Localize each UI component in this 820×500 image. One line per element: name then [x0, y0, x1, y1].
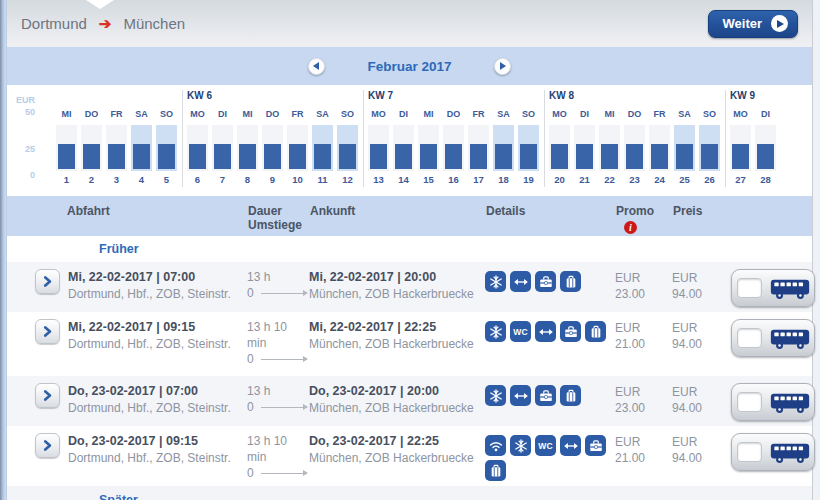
weiter-button[interactable]: Weiter [708, 10, 799, 38]
day-column-19[interactable]: SO19 [518, 109, 539, 187]
promo-amount: 23.00 [615, 286, 672, 302]
day-column-24[interactable]: FR24 [649, 109, 670, 187]
day-column-9[interactable]: DO9 [262, 109, 283, 187]
select-trip-button[interactable] [731, 319, 815, 357]
col-header-abfahrt: Abfahrt [67, 196, 248, 236]
day-column-3[interactable]: FR3 [106, 109, 127, 187]
day-column-17[interactable]: FR17 [468, 109, 489, 187]
select-checkbox[interactable] [737, 392, 762, 412]
trip-duration: 13 h 10 min [247, 319, 295, 351]
expand-trip-button[interactable] [35, 269, 60, 294]
bus-icon [770, 391, 810, 414]
day-number-label: 16 [443, 174, 464, 187]
day-number-label: 6 [187, 174, 208, 187]
day-number-label: 10 [287, 174, 308, 187]
select-trip-button[interactable] [731, 383, 815, 421]
day-column-15[interactable]: MI15 [418, 109, 439, 187]
select-trip-button[interactable] [731, 269, 815, 307]
duration-arrow-icon [261, 293, 307, 294]
day-column-4[interactable]: SA4 [131, 109, 152, 187]
day-column-28[interactable]: DI28 [755, 109, 776, 187]
day-column-5[interactable]: SO5 [156, 109, 177, 187]
day-number-label: 1 [56, 174, 77, 187]
price-bar [520, 144, 537, 169]
expand-trip-button[interactable] [35, 433, 60, 458]
hand-luggage-icon [560, 321, 581, 342]
next-month-button[interactable] [494, 58, 511, 75]
day-column-12[interactable]: SO12 [337, 109, 358, 187]
earlier-link[interactable]: Früher [99, 242, 139, 256]
day-column-25[interactable]: SA25 [674, 109, 695, 187]
day-column-8[interactable]: MI8 [237, 109, 258, 187]
day-column-26[interactable]: SO26 [699, 109, 720, 187]
day-column-10[interactable]: FR10 [287, 109, 308, 187]
chevron-right-icon [42, 440, 53, 451]
air-conditioning-icon [510, 435, 531, 456]
col-header-preis: Preis [673, 196, 730, 236]
day-column-23[interactable]: DO23 [624, 109, 645, 187]
arrival-datetime: Do, 23-02-2017 | 22:25 [309, 433, 485, 450]
expand-trip-button[interactable] [35, 383, 60, 408]
day-column-1[interactable]: MI1 [56, 109, 77, 187]
day-column-11[interactable]: SA11 [312, 109, 333, 187]
select-trip-button[interactable] [731, 433, 815, 471]
day-column-20[interactable]: MO20 [549, 109, 570, 187]
day-of-week-label: MI [237, 109, 258, 122]
day-column-13[interactable]: MO13 [368, 109, 389, 187]
play-icon [771, 15, 788, 32]
day-column-21[interactable]: DI21 [574, 109, 595, 187]
prev-month-button[interactable] [308, 58, 325, 75]
day-of-week-label: MO [549, 109, 570, 122]
price-calendar-weeks: MI1DO2FR3SA4SO5KW 6MO6DI7MI8DO9FR10SA11S… [52, 90, 812, 187]
arrow-right-icon [500, 62, 506, 70]
day-number-label: 12 [337, 174, 358, 187]
arrival-datetime: Do, 23-02-2017 | 20:00 [309, 383, 485, 400]
day-number-label: 5 [156, 174, 177, 187]
promo-amount: 21.00 [615, 336, 672, 352]
day-column-7[interactable]: DI7 [212, 109, 233, 187]
duration-arrow-icon [261, 407, 307, 408]
price-bar [189, 144, 206, 169]
select-checkbox[interactable] [737, 442, 762, 462]
price-currency: EUR [672, 384, 729, 400]
day-of-week-label: FR [468, 109, 489, 122]
price-bar [83, 144, 100, 169]
amenities-list [485, 383, 615, 421]
week-number-label: KW 7 [368, 90, 539, 103]
departure-station: Dortmund, Hbf., ZOB, Steinstr. [68, 336, 247, 352]
day-number-label: 8 [237, 174, 258, 187]
select-checkbox[interactable] [737, 278, 762, 298]
day-number-label: 4 [131, 174, 152, 187]
day-number-label: 21 [574, 174, 595, 187]
departure-datetime: Mi, 22-02-2017 | 07:00 [68, 269, 247, 286]
price-bar-track [106, 125, 127, 171]
route-destination: München [123, 15, 185, 32]
day-of-week-label: DO [81, 109, 102, 122]
price-bar [370, 144, 387, 169]
price-bar [701, 144, 718, 169]
day-number-label: 27 [730, 174, 751, 187]
day-column-6[interactable]: MO6 [187, 109, 208, 187]
day-column-22[interactable]: MI22 [599, 109, 620, 187]
promo-info-icon[interactable]: i [624, 221, 637, 234]
day-column-27[interactable]: MO27 [730, 109, 751, 187]
air-conditioning-icon [485, 385, 506, 406]
day-number-label: 25 [674, 174, 695, 187]
seat-spacing-icon [510, 271, 531, 292]
air-conditioning-icon [485, 321, 506, 342]
trip-row: Do, 23-02-2017 | 09:15 Dortmund, Hbf., Z… [7, 426, 812, 486]
select-checkbox[interactable] [737, 328, 762, 348]
expand-trip-button[interactable] [35, 319, 60, 344]
day-column-18[interactable]: SA18 [493, 109, 514, 187]
price-bar-track [699, 125, 720, 171]
price-bar-track [599, 125, 620, 171]
day-column-2[interactable]: DO2 [81, 109, 102, 187]
day-column-14[interactable]: DI14 [393, 109, 414, 187]
promo-amount: 21.00 [615, 450, 672, 466]
later-link[interactable]: Später [99, 493, 138, 500]
price-bar-track [518, 125, 539, 171]
day-number-label: 7 [212, 174, 233, 187]
arrow-left-icon [313, 62, 319, 70]
day-column-16[interactable]: DO16 [443, 109, 464, 187]
day-of-week-label: SA [493, 109, 514, 122]
